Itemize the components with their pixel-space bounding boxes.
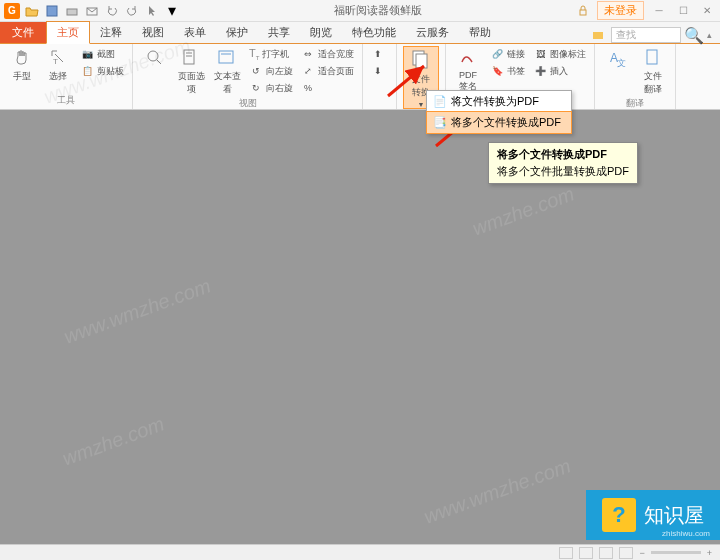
site-url: zhishiwu.com (662, 529, 710, 538)
open-icon[interactable] (24, 3, 40, 19)
site-name: 知识屋 (644, 502, 704, 529)
tab-form[interactable]: 表单 (174, 22, 216, 43)
save-icon[interactable] (44, 3, 60, 19)
search-icon[interactable]: 🔍 (687, 28, 701, 42)
svg-rect-3 (580, 10, 586, 15)
tab-cloud[interactable]: 云服务 (406, 22, 459, 43)
hand-tool-button[interactable]: 手型 (6, 46, 38, 83)
undo-icon[interactable] (104, 3, 120, 19)
group-label: 翻译 (601, 96, 669, 110)
snapshot-button[interactable]: 📷截图 (78, 46, 126, 62)
svg-line-18 (388, 66, 424, 96)
image-icon: 🖼 (533, 47, 547, 61)
site-badge: ? 知识屋 zhishiwu.com (586, 490, 720, 540)
tab-share[interactable]: 共享 (258, 22, 300, 43)
group-label: 工具 (6, 93, 126, 107)
tooltip-desc: 将多个文件批量转换成PDF (497, 164, 629, 179)
print-icon[interactable] (64, 3, 80, 19)
insert-button[interactable]: ➕插入 (531, 63, 588, 79)
pdf-sign-button[interactable]: PDF 签名 (452, 46, 484, 93)
zoom-in-icon[interactable]: + (707, 548, 712, 558)
view-mode-3[interactable] (599, 547, 613, 559)
svg-rect-8 (184, 50, 194, 64)
maximize-icon[interactable]: ☐ (674, 4, 692, 18)
group-tools: 手型 T选择 📷截图 📋剪贴板 工具 (0, 44, 133, 109)
cursor-icon[interactable] (144, 3, 160, 19)
typewriter-button[interactable]: TT打字机 (247, 46, 295, 62)
reflow-button[interactable]: 文本查看 (211, 46, 243, 96)
fit-page-button[interactable]: ⤢适合页面 (299, 63, 356, 79)
ribbon-tabs: 文件 主页 注释 视图 表单 保护 共享 朗览 特色功能 云服务 帮助 查找 🔍… (0, 22, 720, 44)
window-title: 福昕阅读器领鲜版 (180, 3, 575, 18)
file-translate-button[interactable]: 文件 翻译 (637, 46, 669, 96)
select-tool-button[interactable]: T选择 (42, 46, 74, 83)
tab-read[interactable]: 朗览 (300, 22, 342, 43)
tab-annotate[interactable]: 注释 (90, 22, 132, 43)
rotate-right-icon: ↻ (249, 81, 263, 95)
page-option-button[interactable]: 页面选项 (175, 46, 207, 96)
files-icon: 📑 (433, 116, 447, 130)
svg-rect-4 (593, 32, 603, 39)
plus-icon: ➕ (533, 64, 547, 78)
zoom-button[interactable] (139, 46, 171, 72)
tab-home[interactable]: 主页 (46, 21, 90, 44)
rotate-left-button[interactable]: ↺向左旋 (247, 63, 295, 79)
tab-feature[interactable]: 特色功能 (342, 22, 406, 43)
svg-point-6 (148, 51, 158, 61)
tab-protect[interactable]: 保护 (216, 22, 258, 43)
rotate-left-icon: ↺ (249, 64, 263, 78)
redo-icon[interactable] (124, 3, 140, 19)
zoom-pct-button[interactable]: % (299, 80, 356, 96)
text-translate-button[interactable]: A文 (601, 46, 633, 68)
group-label: 视图 (139, 96, 356, 110)
ribbon: 手型 T选择 📷截图 📋剪贴板 工具 页面选项 文本查看 TT打字机 ↺向左旋 … (0, 44, 720, 110)
fit-width-button[interactable]: ⇔适合宽度 (299, 46, 356, 62)
file-tab[interactable]: 文件 (0, 22, 46, 43)
link-icon: 🔗 (490, 47, 504, 61)
svg-text:文: 文 (617, 58, 626, 68)
svg-text:T: T (53, 57, 58, 66)
bookmark-icon: 🔖 (490, 64, 504, 78)
file-icon: 📄 (433, 95, 447, 109)
svg-rect-11 (219, 51, 233, 63)
view-mode-1[interactable] (559, 547, 573, 559)
tab-view[interactable]: 视图 (132, 22, 174, 43)
app-logo: G (4, 3, 20, 19)
bookmark-button[interactable]: 🔖书签 (488, 63, 527, 79)
qat-dropdown-icon[interactable]: ▾ (164, 3, 180, 19)
image-annotation-button[interactable]: 🖼图像标注 (531, 46, 588, 62)
quick-access-toolbar: ▾ (24, 3, 180, 19)
convert-dropdown: 📄将文件转换为PDF 📑将多个文件转换成PDF (426, 90, 572, 134)
email-icon[interactable] (84, 3, 100, 19)
close-icon[interactable]: ✕ (698, 4, 716, 18)
statusbar: − + (0, 544, 720, 560)
clipboard-icon: 📋 (80, 64, 94, 78)
clipboard-button[interactable]: 📋剪贴板 (78, 63, 126, 79)
chevron-up-icon[interactable]: ▴ (707, 30, 712, 40)
tab-help[interactable]: 帮助 (459, 22, 501, 43)
minimize-icon[interactable]: ─ (650, 4, 668, 18)
question-icon: ? (602, 498, 636, 532)
group-translate: A文 文件 翻译 翻译 (595, 44, 676, 109)
svg-rect-1 (67, 9, 77, 15)
svg-rect-0 (47, 6, 57, 16)
svg-line-7 (157, 60, 161, 64)
search-input[interactable]: 查找 (611, 27, 681, 43)
convert-multiple-to-pdf-item[interactable]: 📑将多个文件转换成PDF (426, 111, 572, 134)
titlebar: G ▾ 福昕阅读器领鲜版 未登录 ─ ☐ ✕ (0, 0, 720, 22)
rotate-right-button[interactable]: ↻向右旋 (247, 80, 295, 96)
zoom-slider[interactable] (651, 551, 701, 554)
chevron-down-icon: ▼ (418, 101, 425, 108)
svg-rect-17 (647, 50, 657, 64)
link-button[interactable]: 🔗链接 (488, 46, 527, 62)
tooltip-title: 将多个文件转换成PDF (497, 147, 629, 162)
tooltip: 将多个文件转换成PDF 将多个文件批量转换成PDF (488, 142, 638, 184)
group-view: 页面选项 文本查看 TT打字机 ↺向左旋 ↻向右旋 ⇔适合宽度 ⤢适合页面 % … (133, 44, 363, 109)
view-mode-2[interactable] (579, 547, 593, 559)
login-button[interactable]: 未登录 (597, 1, 644, 20)
lock-icon[interactable] (575, 3, 591, 19)
zoom-out-icon[interactable]: − (639, 548, 644, 558)
skin-icon[interactable] (591, 28, 605, 42)
convert-to-pdf-item[interactable]: 📄将文件转换为PDF (427, 91, 571, 112)
view-mode-4[interactable] (619, 547, 633, 559)
